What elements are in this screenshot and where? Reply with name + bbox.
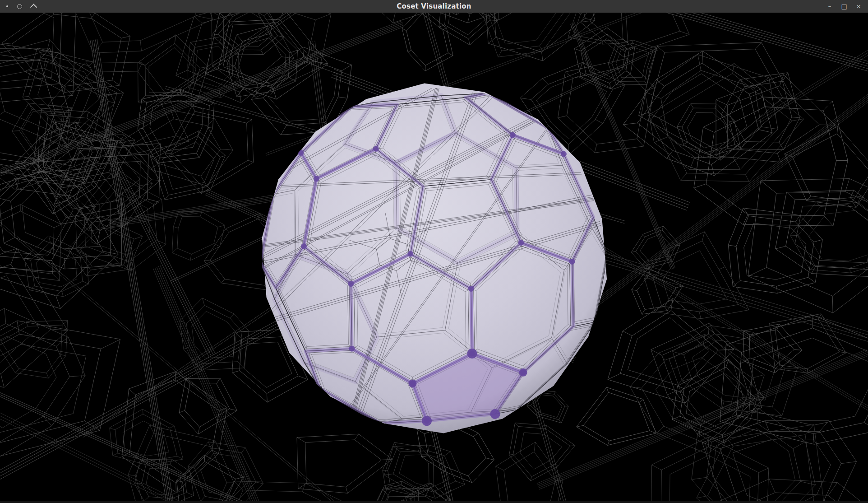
viewport-3d[interactable] bbox=[0, 13, 868, 503]
window-shade-button[interactable] bbox=[31, 4, 36, 9]
titlebar: Coset Visualization – □ × bbox=[0, 0, 868, 13]
close-button[interactable]: × bbox=[853, 0, 864, 12]
maximize-button[interactable]: □ bbox=[838, 0, 850, 12]
window-circle-button[interactable] bbox=[17, 4, 22, 9]
minimize-button[interactable]: – bbox=[824, 0, 836, 12]
coset-scene-canvas[interactable] bbox=[0, 13, 868, 503]
window-title: Coset Visualization bbox=[0, 0, 868, 13]
titlebar-left-icons bbox=[0, 4, 36, 9]
window-circle-icon bbox=[17, 4, 22, 9]
caret-up-icon bbox=[30, 4, 37, 11]
window-dot-icon bbox=[6, 5, 8, 7]
window-controls: – □ × bbox=[824, 0, 868, 12]
